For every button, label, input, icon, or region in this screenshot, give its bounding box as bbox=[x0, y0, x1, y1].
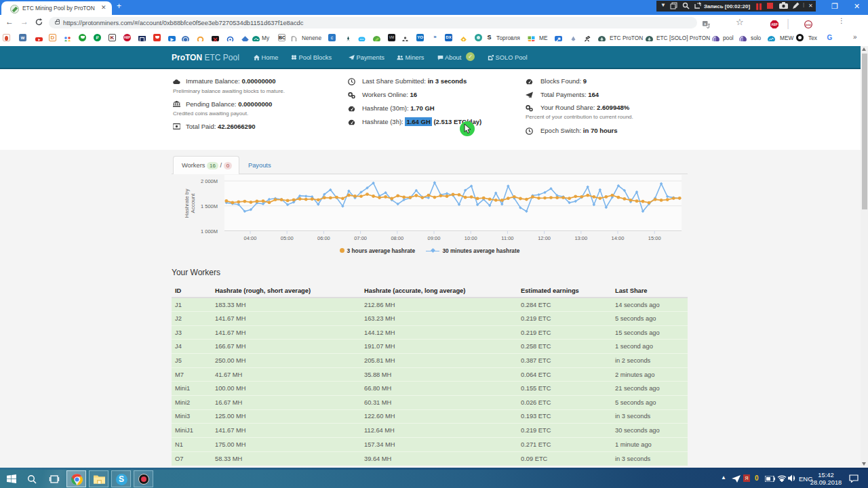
svg-text:ABP: ABP bbox=[771, 23, 778, 26]
svg-text:10:00: 10:00 bbox=[465, 235, 477, 241]
svg-text:Account: Account bbox=[190, 193, 196, 214]
svg-text:04:00: 04:00 bbox=[244, 235, 257, 241]
svg-text:07:00: 07:00 bbox=[354, 235, 367, 241]
svg-text:1 000M: 1 000M bbox=[201, 228, 218, 235]
svg-text:05:00: 05:00 bbox=[281, 235, 294, 241]
svg-text:09:00: 09:00 bbox=[428, 235, 441, 241]
svg-text:Hashrate by: Hashrate by bbox=[184, 188, 190, 218]
svg-text:(mb): (mb) bbox=[806, 23, 812, 26]
svg-text:12:00: 12:00 bbox=[538, 235, 551, 241]
svg-text:15:00: 15:00 bbox=[648, 235, 661, 241]
svg-text:14:00: 14:00 bbox=[612, 235, 625, 241]
svg-text:08:00: 08:00 bbox=[391, 235, 403, 241]
svg-text:13:00: 13:00 bbox=[574, 235, 587, 241]
svg-text:2 000M: 2 000M bbox=[201, 178, 218, 184]
svg-text:11:00: 11:00 bbox=[501, 235, 513, 241]
svg-text:06:00: 06:00 bbox=[317, 235, 330, 241]
svg-text:1 500M: 1 500M bbox=[201, 203, 218, 209]
